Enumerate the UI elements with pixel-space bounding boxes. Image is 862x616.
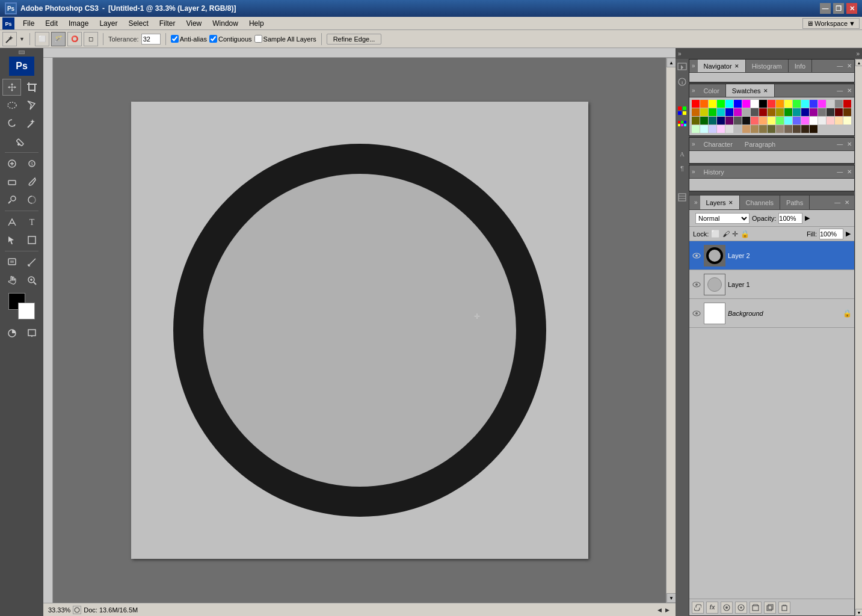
brush-tool-btn[interactable] (22, 173, 41, 190)
swatch-item[interactable] (734, 100, 742, 108)
tab-paragraph[interactable]: Paragraph (739, 139, 781, 150)
fill-input[interactable] (819, 229, 843, 239)
canvas-scroll-area[interactable]: ✛ (53, 58, 666, 603)
magic-wand-btn[interactable]: 🪄 (51, 32, 66, 46)
sample-all-checkbox[interactable] (254, 35, 262, 43)
menu-layer[interactable]: Layer (94, 18, 122, 29)
style-collapse-icon[interactable]: » (689, 141, 698, 147)
notes-tool-btn[interactable] (2, 254, 21, 271)
swatch-item[interactable] (759, 117, 767, 125)
swatch-item[interactable] (751, 108, 759, 116)
layer-link-btn[interactable] (692, 602, 704, 614)
swatch-item[interactable] (768, 100, 775, 108)
vertical-scrollbar[interactable]: ▲ ▼ (666, 58, 676, 603)
minimize-button[interactable]: — (820, 3, 831, 14)
layers-minimize-icon[interactable]: — (834, 199, 840, 206)
style-panel-options[interactable]: — ✕ (834, 141, 854, 147)
layers-collapse-icon[interactable]: » (692, 199, 700, 206)
layer-item-background[interactable]: Background 🔒 (689, 299, 854, 328)
swatch-item[interactable] (734, 117, 742, 125)
swatch-item[interactable] (742, 117, 750, 125)
anti-alias-checkbox-label[interactable]: Anti-alias (171, 35, 207, 43)
tolerance-input[interactable] (141, 34, 161, 45)
swatch-item[interactable] (768, 117, 775, 125)
swatch-item[interactable] (725, 117, 733, 125)
menu-image[interactable]: Image (64, 18, 93, 29)
history-collapse-icon[interactable]: » (689, 168, 698, 175)
delete-layer-btn[interactable] (778, 602, 790, 614)
color-collapse-icon[interactable]: » (689, 87, 698, 94)
swatch-item[interactable] (700, 117, 708, 125)
lock-all-btn[interactable]: 🔒 (740, 230, 750, 238)
tab-histogram[interactable]: Histogram (746, 60, 789, 72)
color-icon-btn[interactable] (676, 105, 688, 117)
swatch-item[interactable] (725, 108, 733, 116)
tab-layers[interactable]: Layers ✕ (700, 196, 740, 209)
swatch-item[interactable] (793, 117, 801, 125)
layer1-visibility-toggle[interactable] (692, 280, 701, 289)
lock-image-btn[interactable]: 🖌 (722, 230, 730, 238)
swatch-item[interactable] (835, 117, 843, 125)
panel-scroll-up-btn[interactable]: ▲ (855, 59, 862, 66)
swatch-item[interactable] (843, 100, 851, 108)
opacity-input[interactable] (778, 213, 802, 224)
lasso-tool-btn[interactable] (2, 115, 21, 132)
tab-navigator[interactable]: Navigator ✕ (698, 60, 746, 72)
nav-minimize-icon[interactable]: — (837, 63, 843, 69)
collapse-arrow-icon[interactable] (19, 51, 25, 54)
swatch-item[interactable] (810, 108, 817, 116)
background-visibility-toggle[interactable] (692, 309, 701, 318)
clone-tool-btn[interactable]: S (22, 155, 41, 172)
menu-edit[interactable]: Edit (40, 18, 63, 29)
next-canvas-btn[interactable]: ▶ (664, 607, 671, 613)
swatch-item[interactable] (818, 117, 826, 125)
swatch-item[interactable] (692, 117, 700, 125)
swatch-item[interactable] (725, 125, 733, 133)
swatch-item[interactable] (793, 125, 801, 133)
swatch-item[interactable] (784, 117, 792, 125)
heal-tool-btn[interactable] (2, 155, 21, 172)
menu-window[interactable]: Window (208, 18, 243, 29)
color-panel-options[interactable]: — ✕ (834, 87, 854, 94)
swatch-item[interactable] (751, 117, 759, 125)
swatch-item[interactable] (784, 125, 792, 133)
swatch-item[interactable] (776, 117, 784, 125)
magic-wand-tool-btn[interactable] (22, 115, 41, 132)
swatch-item[interactable] (751, 125, 759, 133)
scroll-up-button[interactable]: ▲ (667, 58, 676, 67)
anti-alias-checkbox[interactable] (171, 35, 179, 43)
layer-group-btn[interactable] (750, 602, 762, 614)
crop-tool-btn[interactable] (22, 79, 41, 96)
swatch-item[interactable] (709, 117, 716, 125)
panel-scroll-track[interactable] (855, 66, 862, 609)
refine-edge-button[interactable]: Refine Edge... (327, 34, 382, 45)
tab-paths[interactable]: Paths (780, 196, 810, 209)
color-minimize-icon[interactable]: — (837, 87, 843, 94)
swatch-item[interactable] (692, 125, 700, 133)
zoom-lock-icon[interactable] (73, 606, 81, 614)
swatch-item[interactable] (835, 108, 843, 116)
panel-scroll-down-btn[interactable]: ▼ (855, 609, 862, 616)
menu-file[interactable]: File (18, 18, 39, 29)
opacity-arrow[interactable]: ▶ (805, 214, 810, 222)
current-tool-icon[interactable] (2, 32, 17, 46)
tab-history[interactable]: History (698, 167, 730, 177)
fill-arrow[interactable]: ▶ (846, 230, 851, 238)
swatch-item[interactable] (776, 100, 784, 108)
swatch-item[interactable] (717, 125, 725, 133)
tab-swatches-close[interactable]: ✕ (763, 88, 768, 94)
zoom-tool-btn[interactable] (22, 272, 41, 289)
swatch-item[interactable] (725, 100, 733, 108)
nav-maximize-icon[interactable]: ✕ (847, 63, 852, 69)
history-minimize-icon[interactable]: — (837, 168, 843, 175)
swatch-item[interactable] (827, 117, 834, 125)
swatch-item[interactable] (793, 100, 801, 108)
swatch-item[interactable] (751, 100, 759, 108)
tab-channels[interactable]: Channels (740, 196, 780, 209)
swatch-item[interactable] (801, 125, 809, 133)
navigator-icon-btn[interactable] (676, 61, 688, 73)
swatch-item[interactable] (709, 125, 716, 133)
swatch-item[interactable] (776, 108, 784, 116)
poly-btn[interactable]: ◻ (84, 32, 98, 46)
swatch-item[interactable] (700, 125, 708, 133)
